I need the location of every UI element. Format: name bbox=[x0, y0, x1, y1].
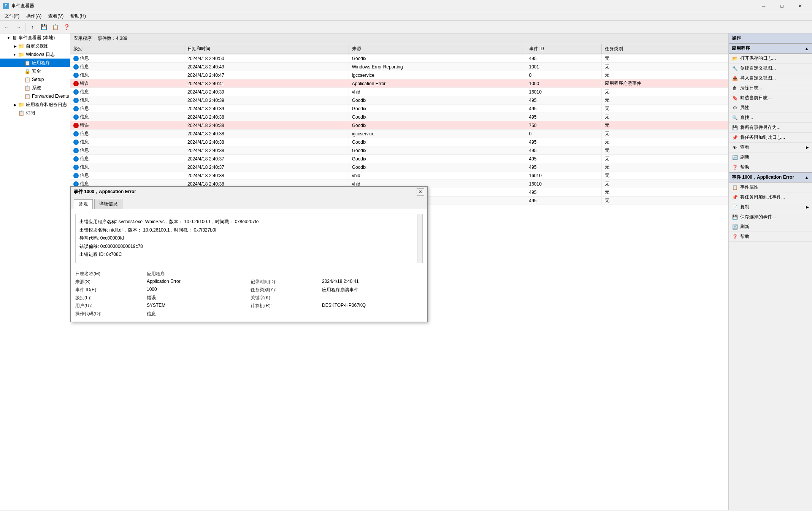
dialog-tabs: 常规 详细信息 bbox=[71, 197, 427, 209]
action-item[interactable]: 🔍 查找... bbox=[729, 113, 812, 123]
action-item[interactable]: 📥 导入自定义视图... bbox=[729, 73, 812, 83]
event-action-item[interactable]: ❓ 帮助 bbox=[729, 232, 812, 242]
event-action-item[interactable]: 🔄 刷新 bbox=[729, 222, 812, 232]
table-header-bar: 应用程序 事件数：4,389 bbox=[70, 33, 728, 44]
task-label: 任务类别(Y): bbox=[251, 287, 319, 293]
cell-category: 应用程序崩溃事件 bbox=[602, 79, 728, 88]
table-row[interactable]: !错误 2024/4/18 2:40:41 Application Error … bbox=[70, 79, 728, 88]
col-eventid[interactable]: 事件 ID bbox=[526, 44, 602, 54]
cell-datetime: 2024/4/18 2:40:38 bbox=[184, 138, 349, 146]
dialog-close-button[interactable]: ✕ bbox=[417, 188, 424, 196]
cell-datetime: 2024/4/18 2:40:38 bbox=[184, 171, 349, 180]
toolbar-forward[interactable]: → bbox=[13, 22, 24, 32]
toolbar-back[interactable]: ← bbox=[2, 22, 12, 32]
table-row[interactable]: i信息 2024/4/18 2:40:38 Goodix 495 无 bbox=[70, 146, 728, 155]
col-category[interactable]: 任务类别 bbox=[602, 44, 728, 54]
event-action-item[interactable]: 📄 复制 ▶ bbox=[729, 202, 812, 212]
action-item[interactable]: 🔄 刷新 bbox=[729, 152, 812, 162]
window-title: 事件查看器 bbox=[11, 3, 34, 9]
toolbar-save[interactable]: 💾 bbox=[38, 22, 49, 32]
toolbar-help[interactable]: ❓ bbox=[61, 22, 72, 32]
event-action-item[interactable]: 💾 保存选择的事件... bbox=[729, 212, 812, 222]
action-item[interactable]: 💾 将所有事件另存为... bbox=[729, 123, 812, 133]
sidebar-item-application[interactable]: 📋 应用程序 bbox=[0, 59, 70, 67]
action-label: 事件属性 bbox=[740, 184, 758, 190]
cell-source: vhid bbox=[349, 171, 526, 180]
action-label: 将任务附加到此事件... bbox=[740, 194, 785, 200]
sidebar-item-forwarded[interactable]: 📋 Forwarded Events bbox=[0, 92, 70, 100]
table-row[interactable]: i信息 2024/4/18 2:40:38 vhid 16010 无 bbox=[70, 171, 728, 180]
action-label: 查找... bbox=[740, 114, 753, 121]
table-row[interactable]: i信息 2024/4/18 2:40:49 Windows Error Repo… bbox=[70, 63, 728, 71]
spacer-2 bbox=[322, 271, 423, 277]
menu-action[interactable]: 操作(A) bbox=[23, 12, 44, 20]
table-row[interactable]: i信息 2024/4/18 2:40:47 igccservice 0 无 bbox=[70, 71, 728, 79]
window-controls[interactable]: ─ □ ✕ bbox=[755, 0, 809, 12]
cell-level: i信息 bbox=[70, 96, 184, 105]
cell-eventid: 495 bbox=[526, 96, 602, 105]
table-row[interactable]: i信息 2024/4/18 2:40:37 Goodix 495 无 bbox=[70, 163, 728, 171]
action-icon: 📄 bbox=[732, 204, 738, 210]
action-icon: 📋 bbox=[732, 184, 738, 190]
minimize-button[interactable]: ─ bbox=[755, 0, 772, 12]
table-row[interactable]: i信息 2024/4/18 2:40:38 igccservice 0 无 bbox=[70, 130, 728, 138]
table-row[interactable]: i信息 2024/4/18 2:40:39 Goodix 495 无 bbox=[70, 105, 728, 113]
info-icon: i bbox=[73, 114, 79, 120]
action-item[interactable]: 📂 打开保存的日志... bbox=[729, 54, 812, 63]
info-icon: i bbox=[73, 73, 79, 78]
sidebar-root[interactable]: ▾ 🖥 事件查看器 (本地) bbox=[0, 33, 70, 42]
action-item[interactable]: ❓ 帮助 bbox=[729, 162, 812, 172]
table-row[interactable]: i信息 2024/4/18 2:40:38 Goodix 495 无 bbox=[70, 113, 728, 121]
event-action-item[interactable]: 📋 事件属性 bbox=[729, 182, 812, 192]
maximize-button[interactable]: □ bbox=[773, 0, 791, 12]
table-row[interactable]: i信息 2024/4/18 2:40:38 Goodix 495 无 bbox=[70, 138, 728, 146]
action-item[interactable]: 🔖 筛选当前日志... bbox=[729, 93, 812, 103]
cell-datetime: 2024/4/18 2:40:38 bbox=[184, 121, 349, 130]
toolbar-up[interactable]: ↑ bbox=[27, 22, 38, 32]
event-action-item[interactable]: 📌 将任务附加到此事件... bbox=[729, 192, 812, 202]
col-source[interactable]: 来源 bbox=[349, 44, 526, 54]
action-item[interactable]: 📌 将任务附加到此日志... bbox=[729, 133, 812, 143]
col-datetime[interactable]: 日期和时间 bbox=[184, 44, 349, 54]
table-row[interactable]: i信息 2024/4/18 2:40:39 Goodix 495 无 bbox=[70, 96, 728, 105]
action-label: 将所有事件另存为... bbox=[740, 124, 780, 131]
sidebar-item-subscriptions[interactable]: 📋 订阅 bbox=[0, 109, 70, 117]
menu-help[interactable]: 帮助(H) bbox=[67, 12, 89, 20]
table-row[interactable]: i信息 2024/4/18 2:40:50 Goodix 495 无 bbox=[70, 54, 728, 63]
cell-eventid: 495 bbox=[526, 138, 602, 146]
record-time-label: 记录时间(D): bbox=[251, 279, 319, 285]
table-row[interactable]: !错误 2024/4/18 2:40:38 Goodix 750 无 bbox=[70, 121, 728, 130]
menu-view[interactable]: 查看(V) bbox=[45, 12, 67, 20]
cell-source: Application Error bbox=[349, 79, 526, 88]
cell-level: i信息 bbox=[70, 130, 184, 138]
sidebar-item-windows-log[interactable]: ▾ 📁 Windows 日志 bbox=[0, 50, 70, 59]
action-item[interactable]: 🔧 创建自定义视图... bbox=[729, 63, 812, 73]
sidebar-item-security[interactable]: 🔒 安全 bbox=[0, 67, 70, 75]
close-button[interactable]: ✕ bbox=[791, 0, 809, 12]
tab-details[interactable]: 详细信息 bbox=[94, 199, 122, 209]
action-icon: 🔖 bbox=[732, 95, 738, 101]
table-row[interactable]: i信息 2024/4/18 2:40:39 vhid 16010 无 bbox=[70, 88, 728, 96]
cell-eventid: 16010 bbox=[526, 180, 602, 188]
source-label: 来源(S): bbox=[75, 279, 144, 285]
toolbar-report[interactable]: 📋 bbox=[50, 22, 60, 32]
cell-eventid: 495 bbox=[526, 146, 602, 155]
action-item[interactable]: 🗑 清除日志... bbox=[729, 83, 812, 93]
description-scrollbar[interactable] bbox=[417, 214, 422, 263]
sidebar-item-app-services[interactable]: ▶ 📁 应用程序和服务日志 bbox=[0, 100, 70, 109]
table-header-row: 级别 日期和时间 来源 事件 ID 任务类别 bbox=[70, 44, 728, 54]
action-item[interactable]: 👁 查看 ▶ bbox=[729, 143, 812, 152]
sidebar-item-setup[interactable]: 📋 Setup bbox=[0, 75, 70, 84]
keyword-label: 关键字(K): bbox=[251, 295, 319, 301]
cell-category: 无 bbox=[602, 188, 728, 197]
sidebar-item-system[interactable]: 📋 系统 bbox=[0, 84, 70, 92]
table-row[interactable]: i信息 2024/4/18 2:40:37 Goodix 495 无 bbox=[70, 155, 728, 163]
sidebar-item-custom-views[interactable]: ▶ 📁 自定义视图 bbox=[0, 42, 70, 50]
tab-general[interactable]: 常规 bbox=[74, 199, 93, 209]
event-id-label: 事件 ID(E): bbox=[75, 287, 144, 293]
cell-source: Windows Error Reporting bbox=[349, 63, 526, 71]
menu-file[interactable]: 文件(F) bbox=[2, 12, 22, 20]
action-item[interactable]: ⚙ 属性 bbox=[729, 103, 812, 113]
col-level[interactable]: 级别 bbox=[70, 44, 184, 54]
info-icon: i bbox=[73, 131, 79, 136]
